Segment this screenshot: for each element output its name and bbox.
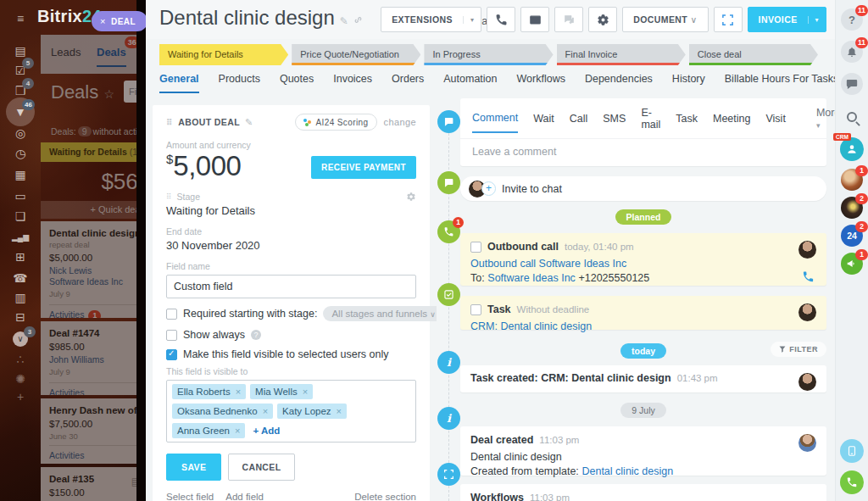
call-subject-link[interactable]: Outbound call Software Ideas Inc	[470, 258, 626, 270]
tab-email[interactable]: E-mail	[641, 107, 660, 138]
contacts-icon[interactable]: ▥	[0, 289, 41, 306]
custom-field-input[interactable]	[166, 275, 416, 298]
remove-tag-icon[interactable]: ×	[337, 406, 342, 416]
time-management-icon[interactable]: ◷	[0, 145, 41, 162]
ai-scoring-button[interactable]: AI24 Scoring	[295, 114, 376, 131]
activities-link[interactable]: Activities1	[49, 304, 141, 318]
remove-tag-icon[interactable]: ×	[236, 387, 241, 397]
help-icon[interactable]: ?	[251, 330, 261, 340]
remove-tag-icon[interactable]: ×	[303, 387, 308, 397]
tab-invoices[interactable]: Invoices	[333, 73, 372, 92]
tab-meeting[interactable]: Meeting	[713, 113, 750, 132]
template-link[interactable]: Dental clinic design	[581, 465, 673, 477]
tab-billable-hours[interactable]: Billable Hours For Tasks	[725, 73, 839, 92]
messenger-icon[interactable]: ❒4	[0, 82, 41, 99]
stage-final-invoice[interactable]: Final Invoice	[557, 44, 686, 65]
telephony-button[interactable]	[840, 470, 864, 494]
select-field-link[interactable]: Select field	[166, 492, 214, 501]
tab-call[interactable]: Call	[570, 113, 588, 132]
tab-workflows[interactable]: Workflows	[517, 73, 565, 92]
drive-icon[interactable]: ▭	[0, 187, 41, 204]
deal-card[interactable]: Dental clinic design repeat deal $5,000.…	[41, 221, 146, 318]
drag-handle-icon[interactable]: ⠿	[166, 118, 173, 127]
crm-icon[interactable]: ▼46	[0, 103, 41, 120]
field-gear-icon[interactable]	[406, 192, 416, 202]
activities-link[interactable]: Activities	[49, 445, 141, 460]
sites-icon[interactable]: ❏	[0, 208, 41, 225]
contact-link[interactable]: John Williams	[49, 354, 141, 365]
task-created-item[interactable]: Task created: CRM: Dental clinic design …	[460, 365, 826, 392]
tab-leads[interactable]: Leads	[51, 46, 81, 58]
cancel-button[interactable]: CANCEL	[228, 454, 294, 481]
tab-products[interactable]: Products	[219, 73, 260, 92]
tasks-icon[interactable]: ☑5	[0, 62, 41, 79]
tab-general[interactable]: General	[159, 73, 199, 93]
complete-checkbox[interactable]	[470, 304, 481, 315]
structure-icon[interactable]: ∴	[0, 351, 41, 368]
activities-link[interactable]: Activities	[49, 382, 141, 395]
gear-button[interactable]	[588, 7, 617, 32]
marketing-channel-button[interactable]: 1	[841, 253, 863, 275]
invite-to-chat-bar[interactable]: + Invite to chat	[460, 176, 826, 201]
fullscreen-icon[interactable]	[714, 7, 743, 32]
comment-input[interactable]: Leave a comment	[460, 138, 826, 166]
marketing-icon[interactable]: ◎	[0, 125, 41, 142]
document-button[interactable]: DOCUMENT ∨	[622, 7, 708, 32]
stage-value[interactable]: Waiting for Details	[166, 204, 416, 217]
tab-automation[interactable]: Automation	[443, 73, 497, 92]
apps-icon[interactable]: ⊞	[0, 248, 41, 265]
stage-waiting-for-details[interactable]: Waiting for Details	[159, 44, 288, 65]
support-chat-button[interactable]	[841, 73, 863, 95]
task-link[interactable]: CRM: Dental clinic design	[470, 320, 592, 332]
visible-only-checkbox[interactable]	[166, 349, 177, 360]
contact-link[interactable]: Nick Lewis	[49, 265, 141, 276]
crm-contact-button[interactable]: CRM	[840, 137, 864, 161]
bitrix24-channel-button[interactable]: 242	[841, 225, 863, 247]
edit-title-icon[interactable]: ✎	[340, 15, 348, 27]
workflows-item[interactable]: Workflows 11:03 pm Send SMS to client: M…	[460, 484, 826, 501]
deal-card[interactable]: Deal #1474 $985.00 John Williams July 9 …	[41, 321, 146, 395]
tab-more[interactable]: More... ▾	[816, 107, 835, 138]
company-link[interactable]: Software Ideas Inc	[487, 272, 576, 284]
remove-tag-icon[interactable]: ×	[235, 426, 240, 436]
link-icon[interactable]	[353, 15, 363, 27]
stage-select-dropdown[interactable]: All stages and funnels ∨	[323, 306, 437, 321]
quick-deal-button[interactable]: + Quick deal	[41, 201, 146, 219]
outbound-call-item[interactable]: Outbound call today, 01:40 pm Outbound c…	[460, 233, 826, 286]
tab-deals[interactable]: Deals36	[97, 46, 126, 67]
deal-created-item[interactable]: Deal created 11:03 pm Dental clinic desi…	[460, 426, 826, 476]
tab-dependencies[interactable]: Dependencies	[585, 73, 653, 92]
add-user-button[interactable]: + Add	[249, 424, 283, 437]
show-always-checkbox[interactable]	[166, 330, 177, 341]
task-item[interactable]: Task Without deadline CRM: Dental clinic…	[460, 296, 826, 330]
tab-orders[interactable]: Orders	[392, 73, 424, 92]
catalog-icon[interactable]: ⊟	[0, 309, 41, 326]
edit-section-icon[interactable]: ✎	[245, 117, 253, 128]
deal-card[interactable]: Deal #135 $150.00 ▤	[41, 467, 146, 501]
remove-tag-icon[interactable]: ×	[263, 406, 268, 416]
invoice-button[interactable]: INVOICE▾	[748, 7, 826, 32]
add-icon[interactable]: +	[0, 388, 41, 405]
chat-avatar[interactable]: 2	[841, 197, 863, 219]
connected-devices-button[interactable]	[840, 439, 864, 463]
notifications-button[interactable]: 11	[841, 41, 863, 63]
stage-price-quote[interactable]: Price Quote/Negotiation	[292, 44, 420, 65]
mail-button[interactable]	[520, 7, 549, 32]
receive-payment-button[interactable]: RECEIVE PAYMENT	[311, 156, 416, 179]
search-button[interactable]	[841, 106, 863, 128]
favorite-star-icon[interactable]: ☆	[103, 87, 114, 101]
stage-close-deal[interactable]: Close deal	[689, 44, 818, 65]
chat-avatar[interactable]: 1	[841, 169, 863, 191]
call-icon[interactable]	[802, 270, 815, 283]
tab-task[interactable]: Task	[676, 113, 698, 132]
company-link[interactable]: Software Ideas Inc	[49, 276, 141, 287]
tab-sms[interactable]: SMS	[603, 113, 626, 132]
more-items-icon[interactable]: ∨3	[0, 329, 41, 347]
deal-slider-tab[interactable]: ×DEAL	[92, 11, 146, 31]
stage-in-progress[interactable]: In Progress	[424, 44, 553, 65]
save-button[interactable]: SAVE	[166, 454, 221, 481]
telephony-icon[interactable]: ☎	[0, 270, 41, 287]
menu-icon[interactable]: ≡	[0, 10, 41, 27]
tab-visit[interactable]: Visit	[765, 113, 785, 132]
tab-comment[interactable]: Comment	[472, 112, 518, 133]
